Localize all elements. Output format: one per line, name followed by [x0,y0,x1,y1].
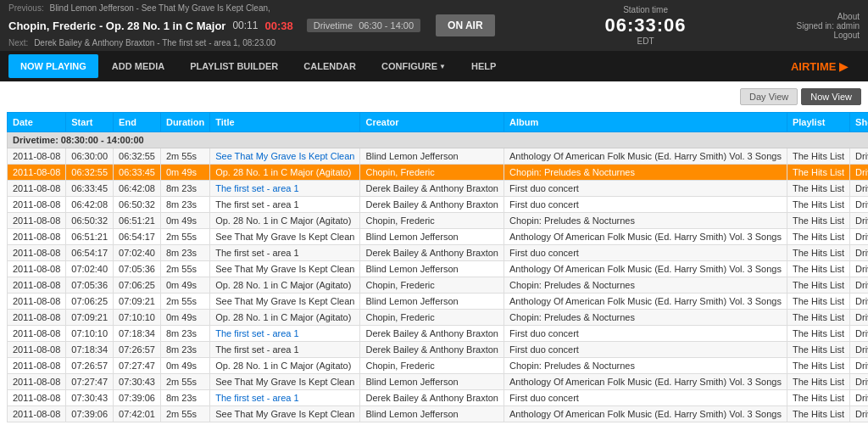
table-row: 2011-08-0806:42:0806:50:328m 23sThe firs… [8,197,869,213]
cell-end: 06:51:21 [114,213,161,229]
nav-airtime[interactable]: Airtime ▶ [779,53,860,80]
drivetime-header-row: Drivetime: 08:30:00 - 14:00:00 [8,132,869,148]
cell-end: 07:10:10 [114,310,161,326]
cell-show: Drivetime [850,358,868,374]
col-duration: Duration [160,113,209,132]
cell-playlist: The Hits List [787,181,849,197]
cell-duration: 2m 55s [160,229,209,245]
table-row: 2011-08-0806:51:2106:54:172m 55sSee That… [8,229,869,245]
cell-title: See That My Grave Is Kept Clean [210,294,360,310]
on-air-button[interactable]: ON AIR [436,14,495,36]
cell-album: Anthology Of American Folk Music (Ed. Ha… [504,148,787,165]
nav-playlist-builder[interactable]: PLAYLIST BUILDER [178,54,290,78]
cell-title: Op. 28 No. 1 in C Major (Agitato) [210,213,360,229]
cell-title-link[interactable]: The first set - area 1 [215,183,298,193]
cell-date: 2011-08-08 [8,406,66,422]
cell-date: 2011-08-08 [8,374,66,390]
cell-date: 2011-08-08 [8,342,66,358]
about-link[interactable]: About [837,12,860,21]
nav-configure[interactable]: CONFIGURE ▼ [370,54,458,78]
cell-start: 07:27:47 [66,374,114,390]
cell-playlist: The Hits List [787,277,849,294]
cell-creator: Derek Bailey & Anthony Braxton [360,342,504,358]
day-view-button[interactable]: Day View [740,88,798,105]
cell-creator: Chopin, Frederic [360,310,504,326]
cell-duration: 2m 55s [160,261,209,277]
cell-album: Chopin: Preludes & Nocturnes [504,277,787,294]
cell-duration: 2m 55s [160,374,209,390]
col-end: End [114,113,161,132]
cell-creator: Blind Lemon Jefferson [360,406,504,422]
cell-playlist: The Hits List [787,261,849,277]
cell-show: Drivetime [850,213,868,229]
next-text: Derek Bailey & Anthony Braxton - The fir… [34,38,275,48]
cell-duration: 2m 55s [160,148,209,165]
cell-duration: 0m 49s [160,213,209,229]
cell-show: Drivetime [850,245,868,261]
table-row: 2011-08-0806:50:3206:51:210m 49sOp. 28 N… [8,213,869,229]
cell-start: 06:32:55 [66,165,114,181]
cell-playlist: The Hits List [787,229,849,245]
cell-date: 2011-08-08 [8,310,66,326]
cell-playlist: The Hits List [787,390,849,406]
cell-album: First duo concert [504,181,787,197]
cell-album: First duo concert [504,326,787,342]
now-playing-line: Chopin, Frederic - Op. 28 No. 1 in C Maj… [8,14,495,36]
cell-playlist: The Hits List [787,406,849,422]
cell-playlist: The Hits List [787,310,849,326]
table-row: 2011-08-0807:02:4007:05:362m 55sSee That… [8,261,869,277]
cell-playlist: The Hits List [787,294,849,310]
cell-end: 06:42:08 [114,181,161,197]
cell-start: 06:30:00 [66,148,114,165]
cell-creator: Derek Bailey & Anthony Braxton [360,197,504,213]
cell-duration: 2m 55s [160,406,209,422]
logout-link[interactable]: Logout [833,31,860,40]
cell-duration: 8m 23s [160,197,209,213]
cell-title-link[interactable]: The first set - area 1 [215,328,298,338]
cell-show: Drivetime [850,148,868,165]
cell-end: 07:06:25 [114,277,161,294]
cell-creator: Blind Lemon Jefferson [360,229,504,245]
cell-album: Anthology Of American Folk Music (Ed. Ha… [504,374,787,390]
cell-show: Drivetime [850,390,868,406]
col-date: Date [8,113,66,132]
previous-line: Previous: Blind Lemon Jefferson - See Th… [8,3,495,13]
nav-now-playing[interactable]: NOW PLAYING [8,54,98,78]
cell-creator: Chopin, Frederic [360,358,504,374]
cell-album: Anthology Of American Folk Music (Ed. Ha… [504,261,787,277]
cell-end: 06:33:45 [114,165,161,181]
nav-help[interactable]: HELP [459,54,508,78]
cell-album: Chopin: Preludes & Nocturnes [504,358,787,374]
table-row: 2011-08-0806:33:4506:42:088m 23sThe firs… [8,181,869,197]
cell-end: 07:02:40 [114,245,161,261]
cell-date: 2011-08-08 [8,148,66,165]
cell-creator: Blind Lemon Jefferson [360,294,504,310]
cell-playlist: The Hits List [787,326,849,342]
station-timezone: EDT [605,36,687,46]
cell-title-link[interactable]: The first set - area 1 [215,393,298,403]
cell-date: 2011-08-08 [8,213,66,229]
table-row: 2011-08-0807:18:3407:26:578m 23sThe firs… [8,342,869,358]
table-row: 2011-08-0806:54:1707:02:408m 23sThe firs… [8,245,869,261]
cell-playlist: The Hits List [787,374,849,390]
table-row: 2011-08-0807:39:0607:42:012m 55sSee That… [8,406,869,422]
now-remaining: 00:38 [264,20,292,32]
nav-calendar[interactable]: CALENDAR [292,54,368,78]
cell-show: Drivetime [850,229,868,245]
now-view-button[interactable]: Now View [801,88,861,105]
cell-title: The first set - area 1 [210,181,360,197]
nav-add-media[interactable]: ADD MEDIA [100,54,176,78]
cell-end: 06:50:32 [114,197,161,213]
cell-end: 07:05:36 [114,261,161,277]
cell-title: Op. 28 No. 1 in C Major (Agitato) [210,165,360,181]
cell-date: 2011-08-08 [8,229,66,245]
now-elapsed: 00:11 [232,20,258,31]
cell-playlist: The Hits List [787,358,849,374]
signed-in-user: admin [837,21,860,31]
cell-date: 2011-08-08 [8,294,66,310]
cell-title-link[interactable]: See That My Grave Is Kept Clean [215,151,354,161]
cell-start: 07:10:10 [66,326,114,342]
col-creator: Creator [360,113,504,132]
cell-playlist: The Hits List [787,342,849,358]
signed-in-block: Signed in: admin [796,21,860,31]
